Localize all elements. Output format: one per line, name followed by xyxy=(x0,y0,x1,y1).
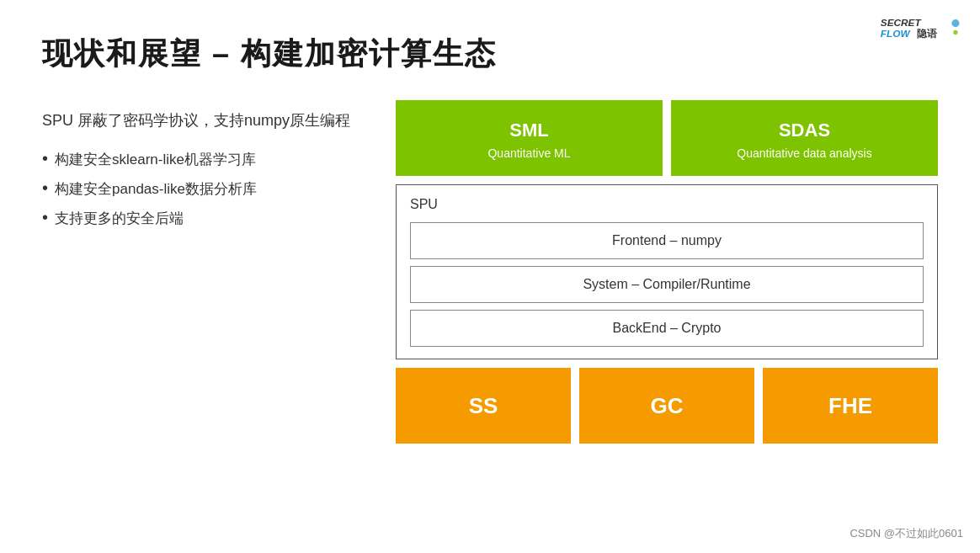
content-area: SPU 屏蔽了密码学协议，支持numpy原生编程 构建安全sklearn-lik… xyxy=(42,100,938,444)
spu-container: SPU Frontend – numpy System – Compiler/R… xyxy=(396,184,938,359)
sdas-box: SDAS Quantitative data analysis xyxy=(671,100,938,176)
page-title: 现状和展望 – 构建加密计算生态 xyxy=(42,34,938,75)
ss-box: SS xyxy=(396,368,571,444)
footer-text: CSDN @不过如此0601 xyxy=(850,527,963,540)
sml-subtitle: Quantitative ML xyxy=(487,146,570,160)
svg-text:隐语: 隐语 xyxy=(917,28,938,40)
footer: CSDN @不过如此0601 xyxy=(850,526,963,541)
bullet-item-1: 构建安全sklearn-like机器学习库 xyxy=(42,150,362,169)
spu-label: SPU xyxy=(410,197,924,212)
sdas-title: SDAS xyxy=(779,120,830,141)
sml-box: SML Quantitative ML xyxy=(396,100,663,176)
top-row: SML Quantitative ML SDAS Quantitative da… xyxy=(396,100,938,176)
fhe-title: FHE xyxy=(828,393,872,419)
gc-title: GC xyxy=(651,393,684,419)
sdas-subtitle: Quantitative data analysis xyxy=(737,146,871,160)
logo-icon: SECRET FLOW 隐语 xyxy=(879,13,963,44)
svg-point-4 xyxy=(953,30,957,35)
logo-area: SECRET FLOW 隐语 xyxy=(879,13,963,44)
bullet-item-2: 构建安全pandas-like数据分析库 xyxy=(42,179,362,199)
description-text: SPU 屏蔽了密码学协议，支持numpy原生编程 xyxy=(42,109,362,133)
fhe-box: FHE xyxy=(763,368,938,444)
svg-text:FLOW: FLOW xyxy=(881,28,911,40)
svg-point-3 xyxy=(951,19,959,27)
frontend-box: Frontend – numpy xyxy=(410,222,924,259)
system-box: System – Compiler/Runtime xyxy=(410,266,924,303)
gc-box: GC xyxy=(579,368,754,444)
right-panel: SML Quantitative ML SDAS Quantitative da… xyxy=(396,100,938,444)
slide: SECRET FLOW 隐语 现状和展望 – 构建加密计算生态 SPU 屏蔽了密… xyxy=(0,0,980,553)
backend-box: BackEnd – Crypto xyxy=(410,310,924,347)
bullet-item-3: 支持更多的安全后端 xyxy=(42,209,362,228)
ss-title: SS xyxy=(469,393,498,419)
bullet-list: 构建安全sklearn-like机器学习库 构建安全pandas-like数据分… xyxy=(42,150,362,228)
left-panel: SPU 屏蔽了密码学协议，支持numpy原生编程 构建安全sklearn-lik… xyxy=(42,100,362,238)
bottom-row: SS GC FHE xyxy=(396,368,938,444)
sml-title: SML xyxy=(509,120,548,141)
